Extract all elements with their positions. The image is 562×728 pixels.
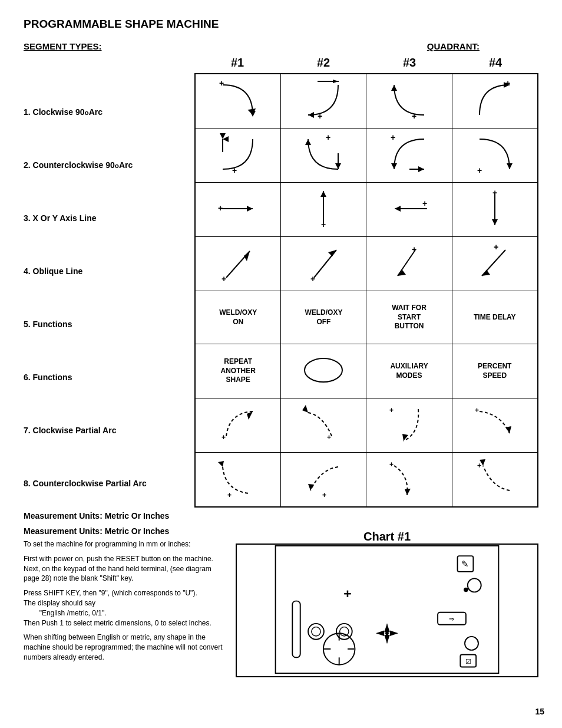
row1-label: 1. Clockwise 90o Arc bbox=[24, 85, 194, 139]
svg-marker-21 bbox=[391, 163, 397, 169]
row7-label: 7. Clockwise Partial Arc bbox=[24, 404, 194, 457]
keypad-diagram: + bbox=[236, 543, 538, 677]
svg-marker-2 bbox=[250, 111, 256, 117]
svg-text:+: + bbox=[494, 242, 498, 252]
svg-marker-31 bbox=[320, 191, 326, 197]
cw-partial-q3: + bbox=[366, 398, 452, 453]
func-label: REPEAT bbox=[224, 357, 252, 367]
svg-marker-60 bbox=[218, 461, 224, 467]
table-row: WELD/OXY ON WELD/OXY OFF WAIT FOR START … bbox=[195, 291, 538, 344]
svg-marker-37 bbox=[492, 219, 498, 225]
xline-q3: + bbox=[366, 183, 452, 237]
table-row: + + bbox=[195, 129, 538, 183]
func-label: WELD/OXY bbox=[219, 308, 257, 318]
row5-label: 5. Functions bbox=[24, 298, 194, 351]
row6-label: 6. Functions bbox=[24, 351, 194, 404]
func-label: TIME DELAY bbox=[474, 313, 516, 322]
ccw-arc-q2: + bbox=[281, 129, 366, 183]
svg-text:+: + bbox=[322, 491, 326, 499]
q4-header: #4 bbox=[452, 54, 538, 73]
table-row: + + + bbox=[195, 237, 538, 291]
func-label: ON bbox=[233, 318, 243, 327]
xline-q2: + bbox=[281, 183, 366, 237]
cw-arc-q4: + bbox=[452, 74, 538, 129]
svg-text:+: + bbox=[412, 111, 416, 121]
chart-area: #1 #2 #3 #4 + bbox=[194, 54, 538, 521]
table-row: + + + bbox=[195, 453, 538, 508]
svg-text:+: + bbox=[475, 406, 479, 414]
svg-text:+: + bbox=[326, 133, 330, 142]
svg-marker-17 bbox=[305, 139, 311, 145]
func-label: SHAPE bbox=[226, 375, 250, 385]
ccw-partial-q4: + bbox=[452, 453, 538, 508]
row8-label: 8. Counterclockwise Partial Arc bbox=[24, 457, 194, 510]
svg-marker-25 bbox=[507, 163, 513, 169]
svg-text:⇒: ⇒ bbox=[449, 615, 455, 622]
svg-rect-90 bbox=[308, 624, 324, 640]
svg-rect-92 bbox=[336, 624, 352, 640]
shape-table: + + bbox=[194, 73, 538, 508]
svg-text:+: + bbox=[477, 166, 482, 175]
xline-q4: + bbox=[452, 183, 538, 237]
svg-marker-62 bbox=[308, 484, 314, 490]
svg-marker-23 bbox=[418, 166, 424, 172]
svg-marker-74 bbox=[390, 630, 398, 636]
svg-text:+: + bbox=[412, 245, 416, 254]
svg-point-75 bbox=[385, 631, 389, 635]
func-time-delay: TIME DELAY bbox=[452, 291, 538, 344]
svg-marker-49 bbox=[482, 270, 490, 276]
func-label: WELD/OXY bbox=[305, 308, 342, 318]
cw-partial-q2: + bbox=[281, 398, 366, 453]
svg-marker-46 bbox=[398, 270, 406, 276]
ccw-arc-q3: + bbox=[366, 129, 452, 183]
svg-text:✎: ✎ bbox=[461, 559, 469, 569]
svg-marker-52 bbox=[247, 411, 253, 420]
svg-marker-4 bbox=[308, 112, 314, 118]
func-wait-start: WAIT FOR START BUTTON bbox=[366, 291, 452, 344]
svg-marker-56 bbox=[402, 434, 408, 441]
func-label: OFF bbox=[316, 318, 330, 327]
svg-marker-40 bbox=[244, 251, 250, 261]
func-ellipse bbox=[281, 344, 366, 398]
page-title: PROGRAMMABLE SHAPE MACHINE bbox=[24, 18, 538, 31]
svg-marker-54 bbox=[302, 405, 308, 413]
func-label: WAIT FOR bbox=[392, 304, 427, 313]
table-row: + + bbox=[195, 74, 538, 129]
svg-text:+: + bbox=[218, 203, 223, 213]
func-label: SPEED bbox=[482, 371, 507, 381]
svg-marker-8 bbox=[391, 85, 397, 91]
measurement-label: Measurement Units: Metric Or Inches bbox=[24, 511, 194, 521]
cw-arc-q2: + bbox=[281, 74, 366, 129]
svg-point-84 bbox=[464, 588, 468, 592]
svg-text:+: + bbox=[389, 406, 394, 414]
svg-text:+: + bbox=[343, 586, 351, 601]
svg-text:+: + bbox=[422, 199, 427, 208]
chart-label: Chart #1 bbox=[363, 530, 411, 543]
svg-text:+: + bbox=[227, 491, 232, 499]
table-row: REPEAT ANOTHER SHAPE AUXILIARY MODES bbox=[195, 344, 538, 398]
left-labels: 1. Clockwise 90o Arc 2. Counterclockwise… bbox=[24, 54, 194, 521]
svg-text:+: + bbox=[321, 220, 326, 229]
svg-text:+: + bbox=[222, 274, 226, 284]
cw-arc-q1: + bbox=[195, 74, 281, 129]
xline-q1: + bbox=[195, 183, 281, 237]
svg-marker-43 bbox=[328, 250, 336, 256]
func-label: ANOTHER bbox=[221, 367, 256, 376]
segment-types-label: SEGMENT TYPES: bbox=[24, 41, 102, 51]
obl-q2: + bbox=[281, 237, 366, 291]
svg-text:+: + bbox=[222, 433, 226, 442]
ccw-partial-q3: + bbox=[366, 453, 452, 508]
q2-header: #2 bbox=[280, 54, 366, 73]
func-label: PERCENT bbox=[478, 362, 511, 371]
quadrant-label: QUADRANT: bbox=[427, 41, 480, 51]
ccw-partial-q1: + bbox=[195, 453, 281, 508]
svg-point-87 bbox=[465, 637, 478, 650]
q3-header: #3 bbox=[366, 54, 452, 73]
table-row: + + + bbox=[195, 398, 538, 453]
ccw-arc-q4: + bbox=[452, 129, 538, 183]
svg-marker-6 bbox=[333, 80, 339, 83]
func-repeat-shape: REPEAT ANOTHER SHAPE bbox=[195, 344, 281, 398]
quadrant-headers: #1 #2 #3 #4 bbox=[194, 54, 538, 73]
obl-q3: + bbox=[366, 237, 452, 291]
svg-marker-73 bbox=[376, 630, 384, 636]
